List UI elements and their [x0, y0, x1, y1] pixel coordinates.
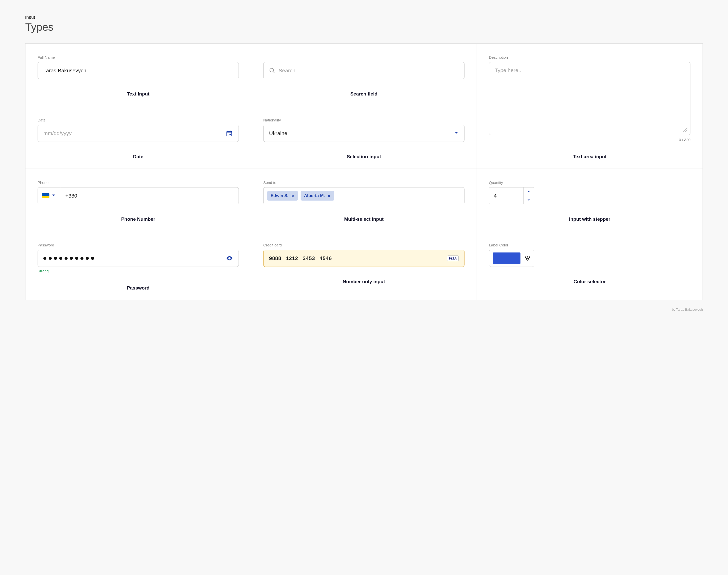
- stepper-down-button[interactable]: [524, 196, 534, 204]
- svg-rect-6: [229, 134, 231, 135]
- chip-remove-button[interactable]: [327, 194, 331, 198]
- chip: Edwin S.: [267, 191, 298, 201]
- cc-group: 9888: [269, 255, 281, 261]
- password-dot: [54, 257, 57, 260]
- nationality-value: Ukraine: [269, 130, 287, 136]
- password-dot: [75, 257, 78, 260]
- section-title: Types: [25, 21, 703, 33]
- phone-caption: Phone Number: [38, 216, 239, 222]
- chip-remove-button[interactable]: [291, 194, 294, 198]
- full-name-input[interactable]: Taras Bakusevych: [38, 62, 239, 79]
- cell-phone: Phone +380 Phone Number: [26, 169, 251, 231]
- svg-line-2: [683, 128, 687, 132]
- date-placeholder: mm/dd/yyyy: [43, 130, 72, 136]
- eye-icon: [226, 255, 233, 262]
- color-selector[interactable]: [489, 250, 534, 267]
- sendto-label: Send to: [263, 180, 465, 185]
- chevron-down-icon: [454, 130, 459, 136]
- creditcard-caption: Number only input: [263, 279, 465, 284]
- nationality-select[interactable]: Ukraine: [263, 125, 465, 142]
- chip-label: Alberta M.: [304, 193, 325, 198]
- color-caption: Color selector: [489, 279, 690, 284]
- show-password-button[interactable]: [226, 255, 233, 262]
- description-label: Description: [489, 55, 690, 60]
- section-overline: Input: [25, 15, 703, 20]
- cell-creditcard: Credit card 9888121234534546 VISA Number…: [251, 231, 477, 300]
- cc-group: 1212: [286, 255, 298, 261]
- svg-line-3: [685, 130, 687, 132]
- password-dot: [49, 257, 52, 260]
- creditcard-label: Credit card: [263, 243, 465, 247]
- phone-value[interactable]: +380: [60, 188, 239, 204]
- sendto-multiselect[interactable]: Edwin S.Alberta M.: [263, 187, 465, 204]
- caret-down-icon: [527, 199, 531, 201]
- password-dot: [43, 257, 46, 260]
- date-label: Date: [38, 118, 239, 122]
- flag-ukraine-icon: [42, 193, 50, 198]
- caret-up-icon: [527, 190, 531, 193]
- password-dot: [91, 257, 94, 260]
- select-caption: Selection input: [263, 154, 465, 160]
- multiselect-caption: Multi-select input: [263, 216, 465, 222]
- search-placeholder: Search: [279, 68, 295, 74]
- cell-text-input: Full Name Taras Bakusevych Text input: [26, 43, 251, 106]
- quantity-value: 4: [494, 193, 497, 199]
- input-types-grid: Full Name Taras Bakusevych Text input Se…: [25, 43, 703, 300]
- phone-label: Phone: [38, 180, 239, 185]
- cell-multiselect: Send to Edwin S.Alberta M. Multi-select …: [251, 169, 477, 231]
- stepper-caption: Input with stepper: [489, 216, 690, 222]
- nationality-label: Nationality: [263, 118, 465, 122]
- labelcolor-label: Label Color: [489, 243, 690, 247]
- search-input[interactable]: Search: [263, 62, 465, 79]
- search-caption: Search field: [263, 91, 465, 97]
- full-name-value: Taras Bakusevych: [43, 68, 86, 74]
- password-dot: [81, 257, 84, 260]
- chevron-down-icon: [52, 193, 56, 199]
- password-input[interactable]: [38, 250, 239, 267]
- description-counter: 0 / 320: [489, 138, 690, 142]
- password-masked-value: [43, 257, 94, 260]
- cc-group: 3453: [303, 255, 315, 261]
- cc-group: 4546: [319, 255, 332, 261]
- quantity-input[interactable]: 4: [489, 187, 523, 204]
- description-textarea[interactable]: Type here...: [489, 62, 690, 135]
- date-caption: Date: [38, 154, 239, 160]
- svg-point-13: [229, 258, 230, 259]
- password-dot: [70, 257, 73, 260]
- chip: Alberta M.: [300, 191, 335, 201]
- credit-line: by Taras Bakusevych: [25, 308, 703, 311]
- search-spacer: [263, 55, 465, 60]
- textarea-caption: Text area input: [489, 154, 690, 160]
- password-dot: [59, 257, 62, 260]
- svg-rect-5: [227, 131, 232, 132]
- cell-color: Label Color Color selector: [477, 231, 702, 300]
- color-picker-icon[interactable]: [525, 255, 531, 261]
- password-dot: [86, 257, 89, 260]
- svg-line-1: [273, 72, 274, 73]
- date-input[interactable]: mm/dd/yyyy: [38, 125, 239, 142]
- color-swatch: [493, 252, 520, 264]
- cell-stepper: Quantity 4 Input with stepper: [477, 169, 702, 231]
- password-label: Password: [38, 243, 239, 247]
- text-input-caption: Text input: [38, 91, 239, 97]
- description-placeholder: Type here...: [495, 67, 523, 73]
- country-code-selector[interactable]: [38, 188, 60, 204]
- chip-label: Edwin S.: [271, 193, 288, 198]
- password-strength: Strong: [38, 269, 239, 273]
- quantity-label: Quantity: [489, 180, 690, 185]
- resize-handle-icon[interactable]: [682, 126, 688, 132]
- cell-textarea: Description Type here... 0 / 320 Text ar…: [477, 43, 702, 169]
- search-icon: [269, 68, 275, 74]
- cell-date: Date mm/dd/yyyy Date: [26, 106, 251, 169]
- full-name-label: Full Name: [38, 55, 239, 60]
- creditcard-input[interactable]: 9888121234534546 VISA: [263, 250, 465, 267]
- cell-select: Nationality Ukraine Selection input: [251, 106, 477, 169]
- phone-input[interactable]: +380: [38, 187, 239, 204]
- password-dot: [65, 257, 68, 260]
- visa-badge-icon: VISA: [447, 256, 459, 261]
- cell-search-field: Search Search field: [251, 43, 477, 106]
- calendar-icon[interactable]: [225, 130, 233, 137]
- password-caption: Password: [38, 285, 239, 291]
- stepper-up-button[interactable]: [524, 188, 534, 196]
- creditcard-value: 9888121234534546: [269, 255, 332, 261]
